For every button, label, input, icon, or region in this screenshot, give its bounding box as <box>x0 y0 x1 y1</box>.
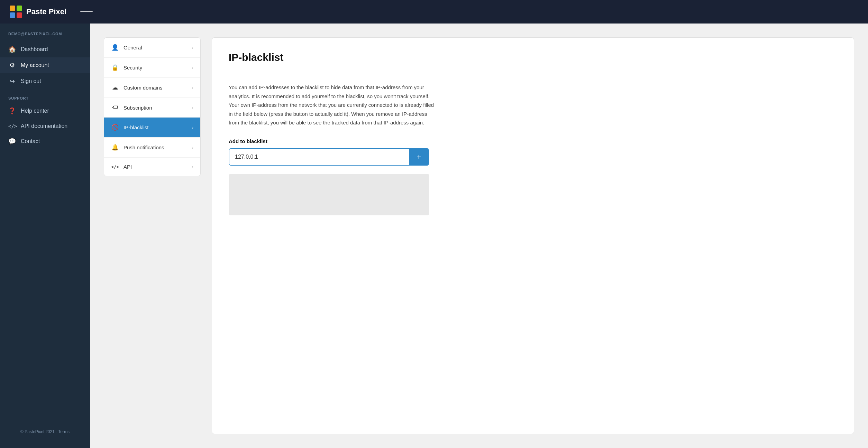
svg-rect-2 <box>10 12 15 18</box>
sidebar-item-api-docs[interactable]: </> API documentation <box>0 119 90 133</box>
sidebar-item-contact[interactable]: 💬 Contact <box>0 133 90 149</box>
person-icon: 👤 <box>111 44 119 51</box>
home-icon: 🏠 <box>8 46 16 53</box>
block-icon: 🚫 <box>111 124 119 131</box>
settings-item-label-custom-domains: Custom domains <box>124 85 187 91</box>
settings-menu-item-ip-blacklist[interactable]: 🚫 IP-blacklist › <box>104 118 200 138</box>
chevron-icon-api: › <box>192 164 193 169</box>
chevron-icon-push-notifications: › <box>192 145 193 150</box>
sidebar-item-my-account[interactable]: ⚙ My account <box>0 57 90 73</box>
sidebar-item-help-center[interactable]: ❓ Help center <box>0 103 90 119</box>
ip-address-input[interactable] <box>229 149 409 165</box>
add-to-blacklist-label: Add to blacklist <box>229 138 837 144</box>
cloud-icon: ☁ <box>111 84 119 91</box>
page-title: IP-blacklist <box>229 52 837 63</box>
sidebar-nav: 🏠 Dashboard ⚙ My account ↪ Sign out SUPP… <box>0 41 90 424</box>
ip-input-row: + <box>229 148 429 166</box>
main-layout: DEMO@PASTEPIXEL.COM 🏠 Dashboard ⚙ My acc… <box>0 24 868 448</box>
gear-icon: ⚙ <box>8 62 16 69</box>
tag-icon: 🏷 <box>111 104 119 111</box>
sidebar-item-label-contact: Contact <box>21 138 40 144</box>
sidebar-item-label-sign-out: Sign out <box>21 78 41 84</box>
sidebar-item-label-api-docs: API documentation <box>21 123 67 129</box>
settings-menu: 👤 General › 🔒 Security › ☁ Custom domain… <box>104 37 201 176</box>
page-content: IP-blacklist You can add IP-addresses to… <box>212 37 854 434</box>
lock-icon: 🔒 <box>111 64 119 71</box>
settings-item-label-security: Security <box>124 65 187 71</box>
chevron-icon-ip-blacklist: › <box>192 125 193 130</box>
svg-rect-3 <box>17 12 22 18</box>
svg-rect-1 <box>17 6 22 11</box>
settings-item-label-api: API <box>124 164 187 170</box>
sign-out-icon: ↪ <box>8 77 16 85</box>
settings-menu-item-security[interactable]: 🔒 Security › <box>104 58 200 78</box>
chevron-icon-general: › <box>192 45 193 50</box>
api-docs-icon: </> <box>8 123 16 129</box>
sidebar-footer: © PastePixel 2021 - Terms <box>0 424 90 440</box>
chevron-icon-subscription: › <box>192 105 193 110</box>
sidebar-item-label-my-account: My account <box>21 62 49 68</box>
topbar: Paste Pixel <box>0 0 868 24</box>
logo-icon <box>10 6 22 18</box>
add-ip-button[interactable]: + <box>409 149 429 165</box>
sidebar-item-dashboard[interactable]: 🏠 Dashboard <box>0 41 90 57</box>
sidebar-item-label-help-center: Help center <box>21 108 49 114</box>
content-area: 👤 General › 🔒 Security › ☁ Custom domain… <box>90 24 868 448</box>
chevron-icon-custom-domains: › <box>192 85 193 90</box>
svg-rect-0 <box>10 6 15 11</box>
topbar-divider <box>80 11 93 12</box>
contact-icon: 💬 <box>8 138 16 145</box>
settings-menu-item-custom-domains[interactable]: ☁ Custom domains › <box>104 78 200 98</box>
sidebar-item-sign-out[interactable]: ↪ Sign out <box>0 73 90 89</box>
logo: Paste Pixel <box>10 6 66 18</box>
support-section-label: SUPPORT <box>0 89 90 103</box>
settings-item-label-general: General <box>124 45 187 50</box>
settings-item-label-ip-blacklist: IP-blacklist <box>124 124 187 130</box>
help-icon: ❓ <box>8 107 16 115</box>
bell-icon: 🔔 <box>111 144 119 151</box>
settings-menu-item-subscription[interactable]: 🏷 Subscription › <box>104 98 200 118</box>
settings-item-label-subscription: Subscription <box>124 105 187 111</box>
settings-item-label-push-notifications: Push notifications <box>124 144 187 150</box>
sidebar-user-email: DEMO@PASTEPIXEL.COM <box>0 32 90 41</box>
sidebar: DEMO@PASTEPIXEL.COM 🏠 Dashboard ⚙ My acc… <box>0 24 90 448</box>
sidebar-item-label-dashboard: Dashboard <box>21 46 48 53</box>
chevron-icon-security: › <box>192 65 193 70</box>
blacklist-table-area <box>229 174 429 215</box>
code-icon: </> <box>111 164 119 169</box>
settings-menu-item-api[interactable]: </> API › <box>104 158 200 176</box>
app-title: Paste Pixel <box>26 7 66 16</box>
page-divider <box>229 73 837 73</box>
page-description: You can add IP-addresses to the blacklis… <box>229 83 436 127</box>
settings-menu-item-general[interactable]: 👤 General › <box>104 38 200 58</box>
settings-menu-item-push-notifications[interactable]: 🔔 Push notifications › <box>104 138 200 158</box>
